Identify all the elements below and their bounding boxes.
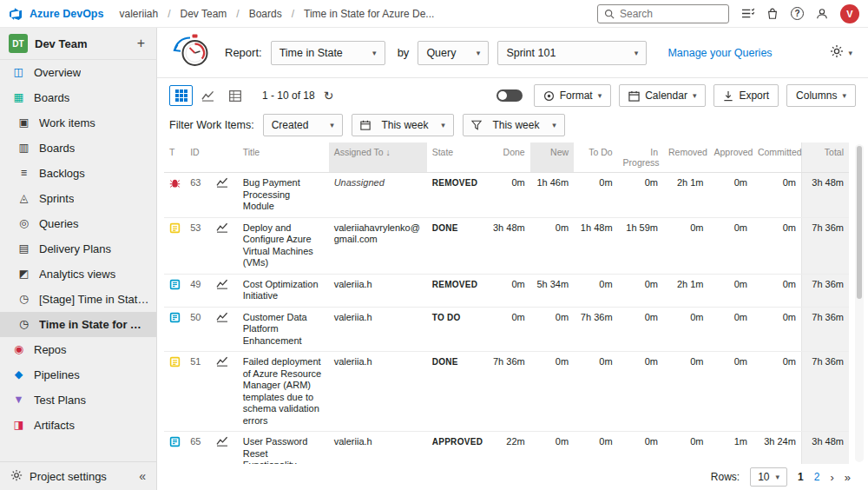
- column-header-in-progress[interactable]: In Progress: [618, 142, 663, 173]
- column-header-removed[interactable]: Removed: [663, 142, 708, 173]
- sidebar-item-artifacts[interactable]: ◨ Artifacts: [0, 413, 156, 438]
- sidebar-item-boards[interactable]: ▥ Boards: [0, 136, 156, 161]
- breadcrumb-org[interactable]: valeriiah: [119, 8, 158, 20]
- work-item-title[interactable]: User Password Reset Functionality: [238, 432, 329, 465]
- filter-bar: Filter Work Items: Created ▾ This week ▾: [157, 113, 868, 142]
- project-avatar[interactable]: DT: [9, 34, 28, 53]
- azure-devops-logo-icon[interactable]: [9, 7, 23, 21]
- next-page-icon[interactable]: ›: [830, 471, 833, 484]
- sidebar-item-analytics-views[interactable]: ◩ Analytics views: [0, 262, 156, 287]
- row-chart-icon[interactable]: [216, 436, 228, 447]
- work-item-id: 65: [185, 432, 211, 465]
- sidebar-item-boards[interactable]: ▦ Boards: [0, 85, 156, 110]
- scrollbar-thumb[interactable]: [857, 146, 862, 299]
- artifacts-icon: ◨: [11, 420, 26, 431]
- time-total: 7h 36m: [801, 307, 849, 352]
- chevron-down-icon: ▾: [842, 91, 846, 100]
- column-header-state[interactable]: State: [427, 142, 483, 173]
- bug-icon: [169, 177, 181, 189]
- column-header-committed[interactable]: Committed: [753, 142, 802, 173]
- marketplace-bag-icon[interactable]: [766, 8, 779, 20]
- sidebar-item-delivery-plans[interactable]: ▤ Delivery Plans: [0, 236, 156, 262]
- time-approved: 1m: [708, 432, 752, 465]
- sidebar-item-queries[interactable]: ◎ Queries: [0, 211, 156, 236]
- sidebar-item-backlogs[interactable]: ≡ Backlogs: [0, 161, 156, 186]
- column-header-title[interactable]: Title: [238, 142, 329, 173]
- sidebar-item-repos[interactable]: ◉ Repos: [0, 337, 156, 362]
- sidebar-item-stage-time-in-state-for-azur[interactable]: ◷ [Stage] Time in State for Azur...: [0, 287, 156, 312]
- project-settings-button[interactable]: Project settings «: [0, 461, 156, 490]
- row-chart-icon[interactable]: [216, 279, 228, 289]
- table-row[interactable]: 49 Cost Optimization Initiative valeriia…: [164, 274, 849, 307]
- created-range-select[interactable]: This week ▾: [352, 114, 454, 136]
- breadcrumb-project[interactable]: Dev Team: [181, 8, 227, 20]
- column-header-to-do[interactable]: To Do: [574, 142, 617, 173]
- columns-button[interactable]: Columns ▾: [786, 84, 856, 107]
- chart-view-button[interactable]: [196, 85, 220, 106]
- report-settings-button[interactable]: ▾: [826, 41, 856, 65]
- work-item-title[interactable]: Cost Optimization Initiative: [238, 274, 329, 307]
- sidebar-item-sprints[interactable]: ◬ Sprints: [0, 186, 156, 211]
- page-1-button[interactable]: 1: [798, 471, 804, 483]
- table-row[interactable]: 63 Bug Payment Processing Module Unassig…: [164, 173, 849, 218]
- query-select[interactable]: Sprint 101 ▾: [497, 41, 647, 65]
- row-chart-icon[interactable]: [216, 177, 228, 188]
- table-row[interactable]: 51 Failed deployment of Azure Resource M…: [164, 352, 849, 432]
- project-name[interactable]: Dev Team: [35, 37, 128, 50]
- breadcrumb-page[interactable]: Time in State for Azure De...: [304, 8, 434, 20]
- collapse-sidebar-icon[interactable]: «: [139, 469, 146, 483]
- column-header-approved[interactable]: Approved: [708, 142, 752, 173]
- manage-queries-link[interactable]: Manage your Queries: [667, 47, 772, 59]
- row-chart-icon[interactable]: [216, 356, 228, 367]
- column-header-assigned-to[interactable]: Assigned To ↓: [329, 142, 427, 173]
- calendar-button[interactable]: Calendar ▾: [619, 84, 706, 107]
- row-chart-icon[interactable]: [216, 312, 228, 322]
- breadcrumb-hub[interactable]: Boards: [249, 8, 282, 20]
- table-row[interactable]: 65 User Password Reset Functionality val…: [164, 432, 849, 465]
- search-box[interactable]: [597, 4, 729, 23]
- format-button[interactable]: Format ▾: [534, 84, 612, 107]
- work-item-title[interactable]: Bug Payment Processing Module: [238, 173, 329, 218]
- filter-field-select[interactable]: Created ▾: [263, 114, 343, 136]
- view-toggle[interactable]: [496, 89, 523, 102]
- brand[interactable]: Azure DevOps: [30, 8, 103, 20]
- column-header-id[interactable]: ID: [185, 142, 211, 173]
- breadcrumb-separator: /: [236, 8, 239, 20]
- sidebar-item-test-plans[interactable]: ▼ Test Plans: [0, 387, 156, 413]
- avatar[interactable]: V: [840, 4, 859, 23]
- task-list-icon[interactable]: [741, 8, 754, 19]
- time-in-progress: 0m: [618, 432, 663, 465]
- work-item-title[interactable]: Customer Data Platform Enhancement: [238, 307, 329, 352]
- work-item-title[interactable]: Failed deployment of Azure Resource Mana…: [238, 352, 329, 432]
- column-header-done[interactable]: Done: [483, 142, 529, 173]
- sidebar-item-time-in-state-for-azure-devo[interactable]: ◷ Time in State for Azure DevO...: [0, 312, 156, 337]
- search-input[interactable]: [620, 8, 722, 20]
- column-header-new[interactable]: New: [530, 142, 574, 173]
- column-header-type[interactable]: T: [164, 142, 185, 173]
- report-type-select[interactable]: Time in State ▾: [271, 41, 385, 65]
- add-project-item-button[interactable]: +: [135, 36, 148, 51]
- chevron-down-icon: ▾: [848, 49, 852, 57]
- work-item-title[interactable]: Deploy and Configure Azure Virtual Machi…: [238, 217, 329, 274]
- rows-per-page-select[interactable]: 10 ▾: [750, 467, 787, 487]
- changed-range-select[interactable]: This week ▾: [463, 114, 565, 136]
- row-chart-icon[interactable]: [216, 222, 228, 233]
- table-row[interactable]: 50 Customer Data Platform Enhancement va…: [164, 307, 849, 352]
- matrix-view-button[interactable]: [223, 85, 247, 106]
- vertical-scrollbar[interactable]: [855, 144, 864, 462]
- export-button[interactable]: Export: [713, 84, 779, 107]
- assigned-to: valeriia.h: [329, 307, 427, 352]
- help-icon[interactable]: ?: [791, 7, 804, 20]
- source-select[interactable]: Query ▾: [418, 41, 489, 65]
- table-row[interactable]: 53 Deploy and Configure Azure Virtual Ma…: [164, 217, 849, 274]
- sidebar-item-pipelines[interactable]: ◆ Pipelines: [0, 362, 156, 387]
- page-2-button[interactable]: 2: [814, 471, 820, 483]
- sidebar-item-overview[interactable]: ◫ Overview: [0, 60, 156, 85]
- chevron-down-icon: ▾: [776, 473, 780, 481]
- last-page-icon[interactable]: »: [845, 471, 851, 484]
- sidebar-item-work-items[interactable]: ▣ Work items: [0, 110, 156, 136]
- refresh-icon[interactable]: ↻: [324, 89, 334, 103]
- column-header-total[interactable]: Total: [801, 142, 849, 173]
- user-settings-icon[interactable]: [816, 8, 828, 20]
- grid-view-button[interactable]: [169, 85, 193, 106]
